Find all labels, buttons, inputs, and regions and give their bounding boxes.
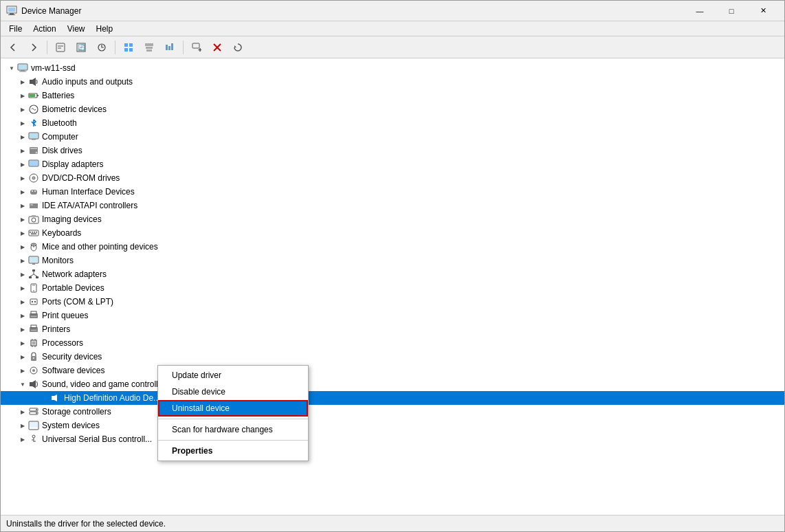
cat-biometric[interactable]: ▶ Biometric devices — [1, 102, 784, 116]
cat-biometric-label: Biometric devices — [42, 104, 107, 114]
toolbar: 🔄 — [1, 36, 784, 58]
ctx-scan-hardware[interactable]: Scan for hardware changes — [158, 421, 308, 438]
svg-rect-55 — [29, 230, 38, 236]
device-manager-window: Device Manager — □ ✕ File Action View He… — [0, 0, 785, 532]
cat-network[interactable]: ▶ Network adapters — [1, 267, 784, 281]
menu-help[interactable]: Help — [91, 21, 119, 36]
ctx-properties[interactable]: Properties — [158, 443, 308, 459]
cat-ports[interactable]: ▶ Ports (COM & LPT) — [1, 295, 784, 309]
cat-ide[interactable]: ▶ IDE ATA/ATAPI controllers — [1, 199, 784, 212]
cat-toggle: ▶ — [17, 269, 28, 280]
cat-bluetooth[interactable]: ▶ Bluetooth — [1, 116, 784, 130]
toolbar-forward[interactable] — [24, 38, 43, 56]
hd-audio-label: High Definition Audio De... — [64, 393, 160, 403]
toolbar-resources[interactable] — [160, 38, 179, 56]
cat-monitors[interactable]: ▶ Monitors — [1, 254, 784, 267]
ports-icon — [28, 296, 39, 307]
ctx-update-driver[interactable]: Update driver — [158, 367, 308, 384]
toolbar-scan[interactable] — [92, 38, 111, 56]
cat-toggle: ▶ — [17, 351, 28, 362]
close-button[interactable]: ✕ — [747, 1, 779, 21]
cat-toggle: ▶ — [17, 310, 28, 321]
toolbar-sep3 — [183, 41, 184, 54]
cat-toggle: ▶ — [17, 76, 28, 87]
cat-disk[interactable]: ▶ Disk drives — [1, 144, 784, 157]
svg-rect-66 — [32, 263, 35, 265]
cat-sound[interactable]: ▼ Sound, video and game controllers — [1, 377, 784, 391]
main-content: ▼ vm-w11-ssd ▶ — [1, 58, 784, 515]
status-text: Uninstalls the driver for the selected d… — [6, 519, 166, 529]
display-icon — [28, 159, 39, 170]
cat-audio[interactable]: ▶ Audio inputs and outputs — [1, 75, 784, 89]
cat-toggle: ▶ — [17, 200, 28, 211]
cat-security[interactable]: ▶ Security devices — [1, 350, 784, 364]
cat-printers[interactable]: ▶ Printers — [1, 322, 784, 336]
toolbar-sep1 — [47, 41, 47, 54]
cat-computer[interactable]: ▶ Computer — [1, 130, 784, 144]
cat-monitors-label: Monitors — [42, 256, 74, 265]
cat-batteries[interactable]: ▶ Batteries — [1, 89, 784, 102]
toolbar-remove-device[interactable] — [208, 38, 227, 56]
cat-disk-label: Disk drives — [42, 146, 82, 155]
cat-usb[interactable]: ▶ Universal Serial Bus controll... — [1, 432, 784, 446]
cat-storage[interactable]: ▶ Storage controllers — [1, 405, 784, 419]
toolbar-show-devices[interactable] — [119, 38, 138, 56]
svg-rect-65 — [30, 257, 38, 263]
software-icon — [28, 365, 39, 376]
cat-processors-label: Processors — [42, 338, 83, 348]
cat-print-queues[interactable]: ▶ Print queues — [1, 309, 784, 322]
cat-processors[interactable]: ▶ Processors — [1, 336, 784, 350]
toolbar-update-driver[interactable]: 🔄 — [71, 38, 91, 56]
cat-toggle: ▶ — [17, 118, 28, 129]
toolbar-back[interactable] — [3, 38, 23, 56]
toolbar-refresh[interactable] — [228, 38, 247, 56]
svg-rect-54 — [32, 215, 36, 217]
cat-toggle: ▶ — [17, 186, 28, 197]
svg-point-46 — [33, 177, 34, 179]
svg-rect-47 — [30, 190, 37, 195]
cat-portable[interactable]: ▶ Portable Devices — [1, 281, 784, 295]
cat-keyboards-label: Keyboards — [42, 228, 81, 238]
svg-rect-18 — [168, 46, 170, 50]
svg-rect-3 — [8, 14, 15, 15]
cat-software[interactable]: ▶ Software devices — [1, 364, 784, 377]
root-toggle-icon: ▼ — [6, 63, 17, 74]
toolbar-properties[interactable] — [51, 38, 70, 56]
svg-marker-25 — [234, 45, 236, 47]
maximize-button[interactable]: □ — [716, 1, 747, 21]
svg-rect-37 — [30, 133, 38, 138]
cat-display[interactable]: ▶ Display adapters — [1, 157, 784, 171]
ctx-disable-device[interactable]: Disable device — [158, 384, 308, 400]
device-hd-audio[interactable]: High Definition Audio De... — [1, 391, 784, 405]
security-icon — [28, 351, 39, 362]
svg-rect-15 — [146, 47, 153, 49]
cat-toggle: ▶ — [17, 420, 28, 431]
svg-point-77 — [32, 301, 33, 302]
cat-mice[interactable]: ▶ Mice and other pointing devices — [1, 240, 784, 254]
audio-icon — [28, 76, 39, 87]
svg-rect-4 — [56, 43, 65, 52]
menu-file[interactable]: File — [3, 21, 27, 36]
toolbar-show-connections[interactable] — [140, 38, 159, 56]
cat-system[interactable]: ▶ System devices — [1, 419, 784, 432]
cat-toggle: ▶ — [17, 104, 28, 115]
cat-toggle: ▶ — [17, 228, 28, 239]
dvd-icon — [28, 173, 39, 184]
cat-imaging[interactable]: ▶ Imaging devices — [1, 212, 784, 226]
minimize-button[interactable]: — — [684, 1, 716, 21]
portable-icon — [28, 282, 39, 293]
menu-view[interactable]: View — [62, 21, 91, 36]
svg-rect-34 — [37, 95, 38, 96]
menu-action[interactable]: Action — [27, 21, 61, 36]
ctx-uninstall-device[interactable]: Uninstall device — [158, 400, 308, 417]
cat-sound-label: Sound, video and game controllers — [42, 379, 169, 389]
print-queue-icon — [28, 310, 39, 321]
cat-hid[interactable]: ▶ Human Interface Devices — [1, 185, 784, 199]
device-tree[interactable]: ▼ vm-w11-ssd ▶ — [1, 58, 784, 515]
svg-rect-1 — [8, 8, 15, 12]
cat-keyboards[interactable]: ▶ Keyboards — [1, 226, 784, 240]
monitor-icon — [28, 255, 39, 266]
tree-root[interactable]: ▼ vm-w11-ssd — [1, 61, 784, 75]
toolbar-add-hardware[interactable] — [187, 38, 206, 56]
cat-dvd[interactable]: ▶ DVD/CD-ROM drives — [1, 171, 784, 185]
